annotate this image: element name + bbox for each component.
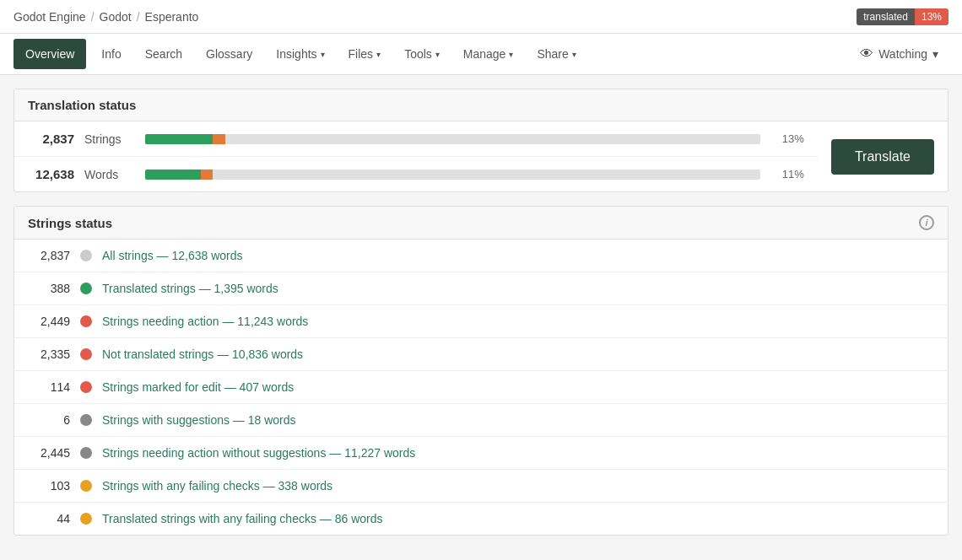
- words-count: 12,638: [28, 167, 74, 181]
- action-no-suggestions-row[interactable]: 2,445 Strings needing action without sug…: [14, 437, 948, 470]
- translated-label: translated: [857, 8, 915, 25]
- suggestions-link[interactable]: Strings with suggestions — 18 words: [102, 413, 296, 427]
- strings-status-title: Strings status: [28, 216, 112, 230]
- needing-action-count: 2,449: [28, 315, 70, 328]
- breadcrumb-item-2[interactable]: Godot: [100, 10, 132, 24]
- suggestions-row[interactable]: 6 Strings with suggestions — 18 words: [14, 404, 948, 437]
- tools-dropdown-icon: ▾: [435, 50, 440, 59]
- translation-status-card: Translation status 2,837 Strings 13% 12,…: [14, 89, 948, 192]
- nav-right: 👁 Watching ▾: [850, 40, 948, 68]
- marked-edit-dot: [80, 381, 92, 393]
- strings-progress-bar: [145, 134, 760, 144]
- translated-failing-checks-count: 44: [28, 512, 70, 525]
- nav-item-files[interactable]: Files ▾: [337, 34, 393, 74]
- translate-button[interactable]: Translate: [831, 139, 934, 175]
- translated-strings-row[interactable]: 388 Translated strings — 1,395 words: [14, 272, 948, 305]
- strings-progress-orange: [213, 134, 225, 144]
- not-translated-dot: [80, 348, 92, 360]
- strings-pct: 13%: [770, 132, 804, 145]
- nav-item-tools[interactable]: Tools ▾: [392, 34, 451, 74]
- breadcrumb-item-1[interactable]: Godot Engine: [14, 10, 86, 24]
- share-dropdown-icon: ▾: [572, 50, 576, 59]
- translated-value: 13%: [915, 8, 948, 25]
- all-strings-link[interactable]: All strings — 12,638 words: [102, 249, 243, 262]
- strings-status-card: Strings status i 2,837 All strings — 12,…: [14, 206, 948, 536]
- action-no-suggestions-dot: [80, 447, 92, 459]
- words-progress-bar: [145, 170, 760, 180]
- action-no-suggestions-count: 2,445: [28, 446, 70, 460]
- marked-edit-link[interactable]: Strings marked for edit — 407 words: [102, 380, 294, 394]
- translation-status-rows: 2,837 Strings 13% 12,638 Words 11%: [14, 121, 818, 191]
- info-icon[interactable]: i: [919, 215, 934, 230]
- failing-checks-link[interactable]: Strings with any failing checks — 338 wo…: [102, 479, 332, 493]
- manage-dropdown-icon: ▾: [509, 50, 513, 59]
- nav-item-glossary[interactable]: Glossary: [194, 34, 264, 74]
- translate-btn-wrap: Translate: [818, 121, 948, 191]
- strings-label: Strings: [84, 132, 135, 146]
- translated-strings-count: 388: [28, 282, 70, 295]
- watching-dropdown-icon: ▾: [932, 47, 938, 61]
- nav-item-share[interactable]: Share ▾: [525, 34, 587, 74]
- all-strings-count: 2,837: [28, 249, 70, 262]
- breadcrumb-sep-1: /: [91, 10, 95, 24]
- translation-status-header: Translation status: [14, 89, 948, 121]
- nav-item-search[interactable]: Search: [133, 34, 194, 74]
- strings-progress-green: [145, 134, 213, 144]
- needing-action-row[interactable]: 2,449 Strings needing action — 11,243 wo…: [14, 305, 948, 338]
- nav: Overview Info Search Glossary Insights ▾…: [0, 34, 962, 75]
- strings-count: 2,837: [28, 132, 74, 146]
- strings-status-header: Strings status i: [14, 207, 948, 240]
- breadcrumb: Godot Engine / Godot / Esperanto: [14, 10, 198, 24]
- all-strings-dot: [80, 250, 92, 261]
- suggestions-dot: [80, 414, 92, 426]
- translated-failing-checks-row[interactable]: 44 Translated strings with any failing c…: [14, 503, 948, 535]
- words-status-row: 12,638 Words 11%: [14, 157, 818, 191]
- top-bar: Godot Engine / Godot / Esperanto transla…: [0, 0, 962, 34]
- marked-edit-count: 114: [28, 380, 70, 394]
- breadcrumb-item-3[interactable]: Esperanto: [145, 10, 199, 24]
- not-translated-link[interactable]: Not translated strings — 10,836 words: [102, 347, 303, 361]
- files-dropdown-icon: ▾: [376, 50, 381, 59]
- nav-item-manage[interactable]: Manage ▾: [451, 34, 526, 74]
- strings-status-row: 2,837 Strings 13%: [14, 121, 818, 157]
- action-no-suggestions-link[interactable]: Strings needing action without suggestio…: [102, 446, 415, 460]
- translated-badge: translated 13%: [857, 8, 948, 25]
- not-translated-row[interactable]: 2,335 Not translated strings — 10,836 wo…: [14, 338, 948, 371]
- failing-checks-dot: [80, 480, 92, 492]
- translated-strings-dot: [80, 283, 92, 294]
- words-pct: 11%: [770, 168, 804, 180]
- not-translated-count: 2,335: [28, 347, 70, 361]
- suggestions-count: 6: [28, 413, 70, 427]
- marked-edit-row[interactable]: 114 Strings marked for edit — 407 words: [14, 371, 948, 404]
- needing-action-link[interactable]: Strings needing action — 11,243 words: [102, 315, 308, 328]
- nav-item-overview[interactable]: Overview: [14, 39, 86, 69]
- watching-button[interactable]: 👁 Watching ▾: [850, 40, 948, 68]
- nav-item-insights[interactable]: Insights ▾: [264, 34, 336, 74]
- failing-checks-row[interactable]: 103 Strings with any failing checks — 33…: [14, 470, 948, 503]
- words-progress-orange: [201, 170, 213, 180]
- main-content: Translation status 2,837 Strings 13% 12,…: [0, 75, 962, 560]
- all-strings-row[interactable]: 2,837 All strings — 12,638 words: [14, 240, 948, 272]
- failing-checks-count: 103: [28, 479, 70, 493]
- nav-item-info[interactable]: Info: [89, 34, 132, 74]
- needing-action-dot: [80, 315, 92, 327]
- translated-failing-checks-link[interactable]: Translated strings with any failing chec…: [102, 512, 383, 525]
- words-label: Words: [84, 168, 135, 181]
- insights-dropdown-icon: ▾: [321, 50, 325, 59]
- translation-status-inner: 2,837 Strings 13% 12,638 Words 11%: [14, 121, 948, 191]
- translated-failing-checks-dot: [80, 513, 92, 525]
- breadcrumb-sep-2: /: [137, 10, 140, 24]
- words-progress-green: [145, 170, 201, 180]
- eye-icon: 👁: [860, 46, 873, 62]
- translated-strings-link[interactable]: Translated strings — 1,395 words: [102, 282, 278, 295]
